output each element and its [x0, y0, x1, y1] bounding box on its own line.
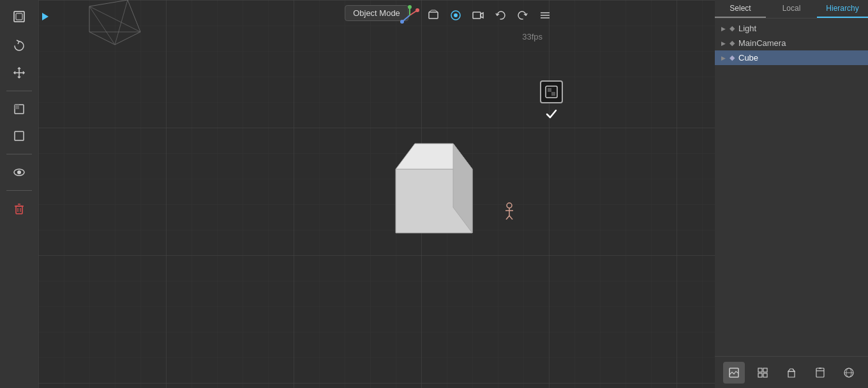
svg-rect-3 [14, 11, 24, 22]
refresh-icon-btn[interactable] [8, 34, 31, 57]
scene-bottom-btn[interactable] [723, 362, 745, 384]
svg-marker-59 [788, 371, 795, 377]
3d-cube [370, 118, 498, 246]
maincamera-label: MainCamera [738, 38, 786, 48]
cube-bottom-btn[interactable] [781, 362, 802, 384]
left-toolbar [0, 0, 38, 388]
camera-arrow: ▶ [721, 40, 726, 47]
svg-rect-32 [429, 12, 438, 19]
svg-rect-9 [15, 105, 19, 109]
svg-line-25 [89, 6, 140, 32]
cube-label: Cube [738, 53, 758, 63]
svg-rect-57 [758, 373, 762, 377]
svg-marker-5 [42, 13, 49, 20]
svg-rect-10 [15, 131, 24, 140]
perspective-toggle-btn[interactable] [423, 5, 444, 26]
svg-rect-58 [763, 373, 767, 377]
sphere-bottom-btn[interactable] [838, 362, 860, 384]
right-panel-tabs: Select Local Hierarchy [715, 0, 868, 19]
render-view-btn[interactable] [445, 5, 466, 26]
selection-overlay [540, 80, 563, 123]
light-arrow: ▶ [721, 26, 726, 32]
svg-line-53 [509, 216, 513, 220]
light-icon: ◆ [730, 24, 735, 33]
toolbar-divider-1 [6, 91, 32, 91]
grid-bottom-btn[interactable] [752, 362, 774, 384]
svg-point-37 [454, 13, 458, 17]
right-panel: Select Local Hierarchy ▶ ◆ Light ▶ ◆ Mai… [715, 0, 868, 388]
svg-point-49 [507, 203, 512, 208]
main-container: Object Mode [0, 0, 868, 388]
right-panel-bottom [715, 356, 868, 388]
hierarchy-item-maincamera[interactable]: ▶ ◆ MainCamera [715, 36, 868, 50]
svg-marker-39 [481, 13, 483, 18]
svg-rect-38 [473, 12, 481, 19]
svg-point-12 [17, 170, 21, 174]
svg-line-22 [89, 6, 115, 45]
play-icon-btn[interactable] [33, 5, 56, 28]
scene-origin-marker [503, 202, 516, 221]
tab-hierarchy[interactable]: Hierarchy [817, 0, 868, 18]
cube-arrow: ▶ [721, 55, 726, 61]
svg-rect-13 [16, 206, 22, 214]
svg-point-31 [400, 20, 404, 24]
trash-icon-btn[interactable] [8, 197, 31, 220]
layers-icon-btn[interactable] [8, 98, 31, 121]
svg-rect-56 [763, 368, 767, 372]
fps-counter: 33fps [522, 32, 542, 41]
hierarchy-list: ▶ ◆ Light ▶ ◆ MainCamera ▶ ◆ Cube [715, 19, 868, 356]
eye-icon-btn[interactable] [8, 161, 31, 184]
undo-btn[interactable] [490, 5, 511, 26]
redo-btn[interactable] [513, 5, 533, 26]
svg-point-29 [415, 8, 419, 12]
camera-wireframe [77, 0, 153, 51]
globe-icon-btn[interactable] [0, 5, 5, 28]
hierarchy-item-light[interactable]: ▶ ◆ Light [715, 21, 868, 36]
svg-line-52 [506, 216, 509, 220]
viewport[interactable]: Object Mode [38, 0, 715, 388]
cube-icon: ◆ [730, 54, 735, 62]
svg-rect-4 [16, 13, 22, 20]
tab-select[interactable]: Select [715, 0, 766, 18]
tab-local[interactable]: Local [766, 0, 817, 18]
toolbar-divider-3 [6, 190, 32, 191]
svg-rect-45 [551, 92, 555, 96]
move-tool-btn[interactable] [8, 61, 31, 84]
svg-rect-55 [758, 368, 762, 372]
top-icon-group [0, 5, 56, 28]
svg-rect-44 [548, 88, 551, 92]
toolbar-divider-2 [6, 154, 32, 154]
svg-rect-62 [816, 368, 824, 377]
light-label: Light [738, 24, 756, 33]
camera-icon: ◆ [730, 39, 735, 47]
menu-btn[interactable] [535, 5, 555, 26]
camera-view-btn[interactable] [468, 5, 488, 26]
frame-icon-btn[interactable] [8, 5, 31, 28]
hierarchy-item-cube[interactable]: ▶ ◆ Cube [715, 50, 868, 65]
delete-bottom-btn[interactable] [809, 362, 831, 384]
svg-point-30 [408, 5, 412, 9]
svg-marker-21 [89, 0, 140, 45]
frame2-icon-btn[interactable] [8, 124, 31, 147]
axes-gizmo-icon[interactable] [398, 4, 421, 27]
